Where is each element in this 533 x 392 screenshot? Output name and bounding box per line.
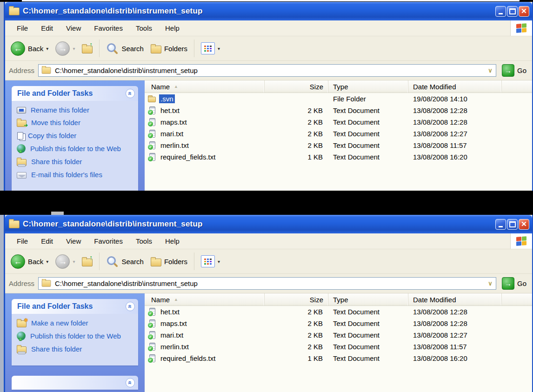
up-arrow-icon: ↑ [89,40,93,48]
table-row[interactable]: mari.txt 2 KB Text Document 13/08/2008 1… [145,128,532,140]
file-name-cell[interactable]: merlin.txt [145,141,265,150]
screenshot-top-strip [22,0,520,1]
collapse-panel-button[interactable]: « [126,378,135,387]
titlebar[interactable]: C:\homer_standalone\distrib\instrument_s… [5,2,532,20]
menu-item[interactable]: View [60,23,87,33]
back-button[interactable]: ← Back ▾ [9,40,50,57]
search-button[interactable]: Search [104,255,146,268]
task-label: Share this folder [31,157,82,166]
address-input[interactable]: C:\homer_standalone\distrib\instrument_s… [38,277,496,290]
menu-item[interactable]: Help [159,236,186,246]
views-button[interactable]: ▾ [199,41,222,55]
folders-button[interactable]: Folders [149,43,189,54]
task-item[interactable]: Rename this folder [17,106,134,114]
views-button[interactable]: ▾ [199,254,222,268]
back-dropdown-caret-icon[interactable]: ▾ [46,259,48,264]
go-button[interactable]: → Go [500,276,528,291]
address-dropdown-button[interactable]: ∨ [486,65,495,76]
file-name-cell[interactable]: .svn [145,94,265,103]
forward-button[interactable]: → ▾ [53,253,77,270]
go-button[interactable]: → Go [500,63,528,78]
file-name-cell[interactable]: het.txt [145,106,265,115]
table-row[interactable]: maps.txt 2 KB Text Document 13/08/2008 1… [145,318,532,329]
menu-item[interactable]: Edit [35,23,59,33]
maximize-button[interactable] [507,6,518,17]
panel-header[interactable]: File and Folder Tasks « [12,86,138,101]
up-button[interactable]: ↑ [80,256,94,267]
file-name-cell[interactable]: maps.txt [145,118,265,126]
window-title: C:\homer_standalone\distrib\instrument_s… [23,219,492,229]
column-headers: Name▲ Size Type Date Modified [145,293,532,306]
menu-item[interactable]: Help [159,23,186,33]
titlebar[interactable]: C:\homer_standalone\distrib\instrument_s… [5,215,532,233]
table-row[interactable]: .svn File Folder 19/08/2008 14:10 [145,93,532,105]
minimize-button[interactable] [495,219,506,230]
file-name: het.txt [159,307,181,316]
up-button[interactable]: ↑ [80,43,94,54]
minimize-button[interactable] [495,6,506,17]
task-item[interactable]: Share this folder [17,345,134,353]
menu-item[interactable]: Favorites [88,236,129,246]
file-date-cell: 13/08/2008 12:28 [408,319,502,327]
table-row[interactable]: het.txt 2 KB Text Document 13/08/2008 12… [145,306,532,318]
search-button[interactable]: Search [104,42,146,55]
file-name-cell[interactable]: merlin.txt [145,342,265,351]
menu-item[interactable]: View [60,236,87,246]
table-row[interactable]: required_fields.txt 1 KB Text Document 1… [145,352,532,364]
task-item[interactable]: Publish this folder to the Web [17,144,134,153]
task-label: Copy this folder [28,131,76,140]
task-item[interactable]: Publish this folder to the Web [17,332,134,340]
file-name-cell[interactable]: mari.txt [145,331,265,339]
file-list: Name▲ Size Type Date Modified het.txt [145,293,532,392]
table-row[interactable]: maps.txt 2 KB Text Document 13/08/2008 1… [145,116,532,128]
column-headers: Name▲ Size Type Date Modified [145,80,532,93]
file-name-cell[interactable]: required_fields.txt [145,354,265,363]
menu-item[interactable]: File [11,236,34,246]
search-icon [107,43,116,52]
back-dropdown-caret-icon[interactable]: ▾ [46,46,48,51]
file-type-cell: Text Document [328,319,408,327]
close-button[interactable]: ✕ [519,6,529,17]
file-name-cell[interactable]: required_fields.txt [145,153,265,161]
column-header-name[interactable]: Name▲ [145,80,265,93]
task-item[interactable]: Share this folder [17,157,134,166]
views-dropdown-caret-icon[interactable]: ▾ [218,259,220,264]
table-row[interactable]: merlin.txt 2 KB Text Document 13/08/2008… [145,140,532,151]
table-row[interactable]: merlin.txt 2 KB Text Document 13/08/2008… [145,341,532,352]
panel-header[interactable]: File and Folder Tasks « [12,299,138,314]
file-name-cell[interactable]: mari.txt [145,129,265,138]
maximize-button[interactable] [507,219,518,230]
panel-header[interactable]: « [12,376,138,390]
table-row[interactable]: het.txt 2 KB Text Document 13/08/2008 12… [145,105,532,116]
task-item[interactable]: Copy this folder [17,131,134,140]
menu-item[interactable]: Edit [35,236,59,246]
menu-item[interactable]: Tools [130,23,158,33]
column-header-size[interactable]: Size [265,80,328,93]
file-type-cell: Text Document [328,141,408,149]
views-dropdown-caret-icon[interactable]: ▾ [218,46,220,51]
task-item[interactable]: Move this folder [17,118,134,127]
collapse-panel-button[interactable]: « [126,302,135,311]
menu-item[interactable]: Tools [130,236,158,246]
close-button[interactable]: ✕ [519,219,529,230]
table-row[interactable]: required_fields.txt 1 KB Text Document 1… [145,151,532,163]
back-button[interactable]: ← Back ▾ [9,253,50,270]
column-header-date-modified[interactable]: Date Modified [408,80,502,93]
collapse-panel-button[interactable]: « [126,89,135,98]
column-header-type[interactable]: Type [328,293,408,306]
file-name-cell[interactable]: maps.txt [145,319,265,328]
file-name-cell[interactable]: het.txt [145,307,265,316]
table-row[interactable]: mari.txt 2 KB Text Document 13/08/2008 1… [145,329,532,341]
task-item[interactable]: Make a new folder [17,319,134,327]
column-header-date-modified[interactable]: Date Modified [408,293,502,306]
address-input[interactable]: C:\homer_standalone\distrib\instrument_s… [38,64,496,77]
folders-button[interactable]: Folders [149,256,189,267]
column-header-type[interactable]: Type [328,80,408,93]
forward-button[interactable]: → ▾ [53,40,77,57]
task-item[interactable]: E-mail this folder's files [17,170,134,179]
address-dropdown-button[interactable]: ∨ [486,278,495,289]
column-header-name[interactable]: Name▲ [145,293,265,306]
column-header-size[interactable]: Size [265,293,328,306]
menu-item[interactable]: File [11,23,34,33]
menu-item[interactable]: Favorites [88,23,129,33]
